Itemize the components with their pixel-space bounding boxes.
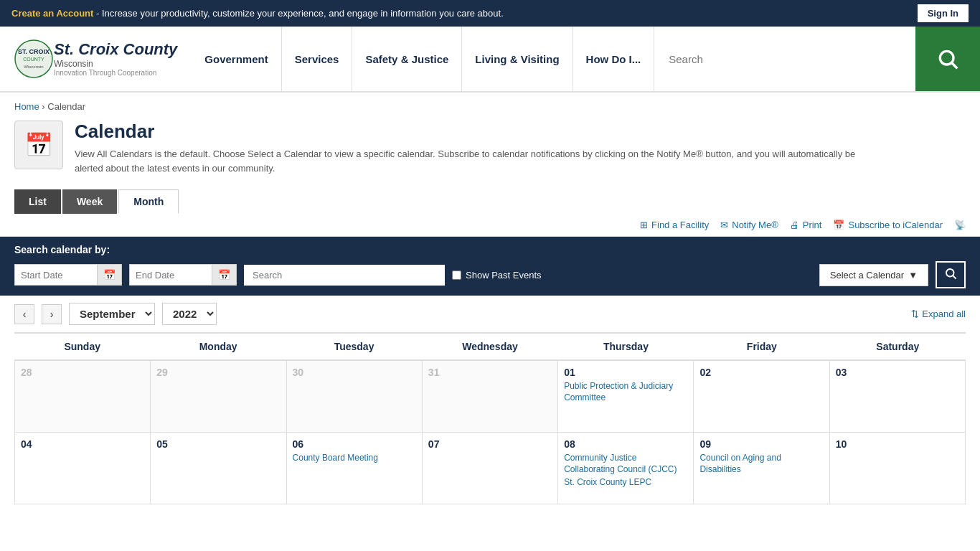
header-search-input[interactable]: [669, 53, 901, 65]
calendar-header-row: Sunday Monday Tuesday Wednesday Thursday…: [14, 334, 966, 361]
logo-tagline: Innovation Through Cooperation: [54, 69, 177, 77]
end-date-input[interactable]: [130, 265, 209, 285]
cal-cell: 09Council on Aging and Disabilities: [694, 433, 829, 504]
day-number: 30: [293, 367, 416, 378]
page-title-area: 📅 Calendar View All Calendars is the def…: [0, 121, 980, 189]
event-link[interactable]: St. Croix County LEPC: [564, 477, 687, 489]
tab-list[interactable]: List: [14, 189, 61, 214]
chevron-down-icon: ▼: [908, 270, 918, 281]
print-label: Print: [803, 220, 822, 230]
event-link[interactable]: County Board Meeting: [293, 453, 416, 464]
calendar-grid: Sunday Monday Tuesday Wednesday Thursday…: [14, 332, 966, 504]
svg-text:ST. CROIX: ST. CROIX: [18, 48, 50, 55]
svg-line-7: [953, 276, 956, 278]
start-date-calendar-icon[interactable]: 📅: [97, 265, 121, 285]
cal-cell: 08Community Justice Collaborating Counci…: [558, 433, 694, 504]
page-title: Calendar: [75, 121, 864, 143]
next-month-button[interactable]: ›: [42, 304, 62, 324]
print-button[interactable]: 🖨 Print: [790, 220, 822, 230]
envelope-icon: ✉: [720, 220, 728, 230]
find-facility-button[interactable]: ⊞ Find a Facility: [640, 220, 709, 230]
breadcrumb-home[interactable]: Home: [14, 101, 39, 112]
start-date-input[interactable]: [15, 265, 94, 285]
view-tabs: List Week Month: [0, 189, 980, 214]
logo-area: ST. CROIX COUNTY Wisconsin St. Croix Cou…: [0, 27, 192, 91]
start-date-group: 📅: [14, 264, 122, 286]
search-area-label: Search calendar by:: [14, 244, 966, 255]
top-banner: Create an Account - Increase your produc…: [0, 0, 980, 27]
day-number: 08: [564, 438, 687, 450]
calendar-toolbar: ⊞ Find a Facility ✉ Notify Me® 🖨 Print 📅…: [0, 214, 980, 237]
day-number: 02: [699, 367, 823, 378]
cal-cell: 29: [151, 361, 286, 433]
nav-living-visiting[interactable]: Living & Visiting: [462, 27, 573, 91]
rss-button[interactable]: 📡: [954, 220, 966, 230]
tab-month[interactable]: Month: [118, 189, 179, 214]
search-text-input[interactable]: [244, 265, 445, 286]
day-number: 10: [836, 438, 959, 450]
header-search-area: [654, 27, 915, 91]
calendar-nav: ‹ › September JanuaryFebruaryMarch April…: [0, 296, 980, 332]
site-logo-icon: ST. CROIX COUNTY Wisconsin: [14, 39, 54, 79]
select-calendar-button[interactable]: Select a Calendar ▼: [819, 264, 928, 286]
calendar-body: 2829303101Public Protection & Judiciary …: [14, 361, 966, 504]
year-select[interactable]: 2022 20212023: [162, 303, 217, 325]
expand-icon: ⇅: [911, 309, 919, 319]
show-past-events-label[interactable]: Show Past Events: [452, 270, 542, 281]
subscribe-label: Subscribe to iCalendar: [848, 220, 943, 230]
cal-cell: 02: [694, 361, 829, 433]
svg-point-4: [940, 51, 953, 65]
search-area: Search calendar by: 📅 📅 Show Past Events…: [0, 237, 980, 296]
day-number: 09: [699, 438, 823, 450]
sign-in-button[interactable]: Sign In: [918, 4, 969, 22]
logo-county: St. Croix County: [54, 40, 177, 59]
nav-safety-justice[interactable]: Safety & Justice: [352, 27, 462, 91]
end-date-calendar-icon[interactable]: 📅: [212, 265, 236, 285]
nav-government[interactable]: Government: [192, 27, 281, 91]
cal-cell: 03: [830, 361, 966, 433]
subscribe-icalendar-button[interactable]: 📅 Subscribe to iCalendar: [833, 220, 943, 230]
svg-line-5: [952, 63, 957, 68]
day-number: 05: [156, 438, 280, 450]
cal-cell: 07: [423, 433, 558, 504]
day-number: 29: [156, 367, 280, 378]
banner-text: Create an Account - Increase your produc…: [11, 8, 504, 19]
nav-how-do-i[interactable]: How Do I...: [573, 27, 655, 91]
notify-me-button[interactable]: ✉ Notify Me®: [720, 220, 778, 230]
show-past-events-checkbox[interactable]: [452, 270, 461, 280]
main-nav: Government Services Safety & Justice Liv…: [192, 27, 654, 91]
calendar-subscribe-icon: 📅: [833, 220, 844, 230]
print-icon: 🖨: [790, 220, 799, 230]
prev-month-button[interactable]: ‹: [14, 304, 34, 324]
event-link[interactable]: Council on Aging and Disabilities: [699, 453, 823, 475]
cal-cell: 28: [15, 361, 151, 433]
cal-cell: 30: [287, 361, 423, 433]
banner-description: - Increase your productivity, customize …: [96, 8, 504, 19]
expand-all-button[interactable]: ⇅ Expand all: [911, 309, 966, 319]
month-select[interactable]: September JanuaryFebruaryMarch AprilMayJ…: [69, 303, 155, 325]
create-account-link[interactable]: Create an Account: [11, 8, 93, 19]
cal-cell: 04: [15, 433, 151, 504]
site-header: ST. CROIX COUNTY Wisconsin St. Croix Cou…: [0, 27, 980, 93]
calendar-icon-box: 📅: [14, 121, 63, 169]
show-past-events-text: Show Past Events: [466, 270, 542, 281]
event-link[interactable]: Public Protection & Judiciary Committee: [564, 381, 687, 403]
calendar-icon: 📅: [24, 131, 53, 159]
day-number: 01: [564, 367, 687, 378]
svg-point-6: [946, 269, 954, 277]
select-calendar-label: Select a Calendar: [830, 270, 904, 281]
nav-services[interactable]: Services: [282, 27, 353, 91]
event-link[interactable]: Community Justice Collaborating Council …: [564, 453, 687, 475]
svg-text:COUNTY: COUNTY: [23, 57, 44, 62]
tab-week[interactable]: Week: [62, 189, 117, 214]
search-go-icon: [944, 267, 957, 280]
search-controls: 📅 📅 Show Past Events Select a Calendar ▼: [14, 261, 966, 288]
find-facility-label: Find a Facility: [651, 220, 709, 230]
day-number: 07: [428, 438, 552, 450]
search-go-button[interactable]: [936, 261, 966, 288]
notify-me-label: Notify Me®: [732, 220, 778, 230]
day-number: 06: [293, 438, 416, 450]
header-search-button[interactable]: [915, 27, 980, 91]
cal-cell: 01Public Protection & Judiciary Committe…: [558, 361, 694, 433]
page-title-text: Calendar View All Calendars is the defau…: [75, 121, 864, 175]
